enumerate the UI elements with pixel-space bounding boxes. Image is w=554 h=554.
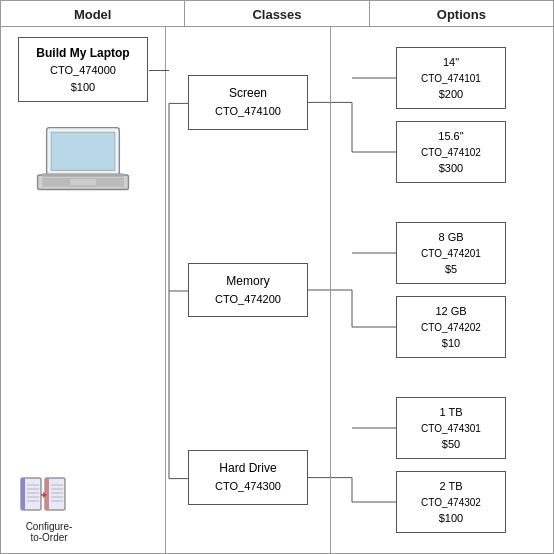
option-156in: 15.6" CTO_474102 $300 <box>396 121 506 183</box>
opt-2tb-code: CTO_474302 <box>401 495 501 510</box>
opt-8gb-code: CTO_474201 <box>401 246 501 261</box>
opt-14in-code: CTO_474101 <box>401 71 501 86</box>
option-1tb: 1 TB CTO_474301 $50 <box>396 397 506 459</box>
class-screen-name: Screen <box>195 84 301 103</box>
opt-12gb-code: CTO_474202 <box>401 320 501 335</box>
opt-156in-name: 15.6" <box>401 128 501 145</box>
laptop-icon <box>33 122 133 197</box>
model-name: Build My Laptop <box>27 44 139 62</box>
header-row: Model Classes Options <box>1 1 553 27</box>
screen-options-group: 14" CTO_474101 $200 15.6" CTO_474102 $30… <box>331 47 553 183</box>
classes-column: Screen CTO_474100 Memory CTO_474200 Hard… <box>166 27 331 553</box>
class-memory-name: Memory <box>195 272 301 291</box>
option-12gb: 12 GB CTO_474202 $10 <box>396 296 506 358</box>
model-price: $100 <box>27 79 139 96</box>
diagram-content: Build My Laptop CTO_474000 $100 <box>1 27 553 553</box>
classes-options-area: Screen CTO_474100 Memory CTO_474200 Hard… <box>166 27 553 553</box>
opt-8gb-name: 8 GB <box>401 229 501 246</box>
opt-2tb-price: $100 <box>401 510 501 527</box>
cto-label: Configure-to-Order <box>26 521 73 543</box>
opt-2tb-name: 2 TB <box>401 478 501 495</box>
opt-156in-code: CTO_474102 <box>401 145 501 160</box>
opt-1tb-name: 1 TB <box>401 404 501 421</box>
class-screen: Screen CTO_474100 <box>188 75 308 130</box>
opt-8gb-price: $5 <box>401 261 501 278</box>
svg-rect-5 <box>42 173 124 177</box>
class-harddrive: Hard Drive CTO_474300 <box>188 450 308 505</box>
opt-14in-price: $200 <box>401 86 501 103</box>
class-screen-code: CTO_474100 <box>195 103 301 121</box>
svg-rect-7 <box>21 478 25 510</box>
header-classes: Classes <box>185 1 369 26</box>
option-8gb: 8 GB CTO_474201 $5 <box>396 222 506 284</box>
opt-1tb-code: CTO_474301 <box>401 421 501 436</box>
svg-rect-4 <box>69 179 96 186</box>
header-options: Options <box>370 1 553 26</box>
class-memory: Memory CTO_474200 <box>188 263 308 318</box>
options-column: 14" CTO_474101 $200 15.6" CTO_474102 $30… <box>331 27 553 553</box>
opt-156in-price: $300 <box>401 160 501 177</box>
opt-14in-name: 14" <box>401 54 501 71</box>
class-harddrive-name: Hard Drive <box>195 459 301 478</box>
harddrive-options-group: 1 TB CTO_474301 $50 2 TB CTO_474302 $100 <box>331 397 553 533</box>
opt-12gb-price: $10 <box>401 335 501 352</box>
memory-options-group: 8 GB CTO_474201 $5 12 GB CTO_474202 $10 <box>331 222 553 358</box>
class-memory-code: CTO_474200 <box>195 291 301 309</box>
opt-1tb-price: $50 <box>401 436 501 453</box>
main-page: Model Classes Options Build My Laptop CT… <box>0 0 554 554</box>
option-14in: 14" CTO_474101 $200 <box>396 47 506 109</box>
option-2tb: 2 TB CTO_474302 $100 <box>396 471 506 533</box>
model-column: Build My Laptop CTO_474000 $100 <box>1 27 166 553</box>
cto-icon <box>19 473 79 518</box>
svg-rect-1 <box>51 132 115 170</box>
header-model: Model <box>1 1 185 26</box>
class-harddrive-code: CTO_474300 <box>195 478 301 496</box>
model-code: CTO_474000 <box>27 62 139 79</box>
opt-12gb-name: 12 GB <box>401 303 501 320</box>
configure-to-order-area: Configure-to-Order <box>9 473 89 543</box>
model-box: Build My Laptop CTO_474000 $100 <box>18 37 148 102</box>
